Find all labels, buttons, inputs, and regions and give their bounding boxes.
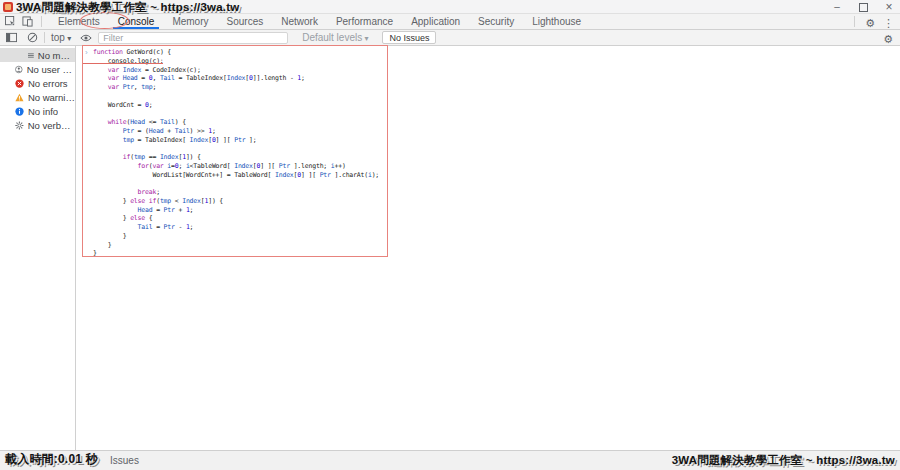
tab-console[interactable]: Console bbox=[109, 14, 164, 29]
console-code-line bbox=[93, 92, 387, 101]
tab-security[interactable]: Security bbox=[469, 14, 523, 29]
sidebar-item-errors[interactable]: No errors bbox=[0, 76, 75, 90]
issues-drawer-tab[interactable]: Issues bbox=[110, 455, 139, 466]
sidebar-item-label: No warnings bbox=[28, 92, 75, 103]
console-sidebar-toggle-icon[interactable] bbox=[0, 32, 17, 43]
tab-elements[interactable]: Elements bbox=[49, 14, 109, 29]
toolbar-separator bbox=[854, 16, 855, 27]
sidebar-item-label: No info bbox=[28, 106, 58, 117]
console-code-line: var Head = 0, Tail = TableIndex[Index[0]… bbox=[93, 74, 387, 83]
tab-memory[interactable]: Memory bbox=[163, 14, 217, 29]
console-code-line: Ptr = (Head + Tail) >> 1; bbox=[93, 127, 387, 136]
console-code-line: console.log(c); bbox=[93, 57, 387, 66]
devtools-window: 3WA問題解決教學工作室 ~ https://3wa.tw Elements C… bbox=[0, 0, 900, 470]
console-code-line bbox=[93, 179, 387, 188]
console-code-line: } bbox=[93, 241, 387, 250]
clear-console-icon[interactable] bbox=[17, 32, 38, 43]
console-code-line: function GetWord(c) { bbox=[93, 48, 387, 57]
tab-lighthouse[interactable]: Lighthouse bbox=[523, 14, 590, 29]
window-title-watermark: 3WA問題解決教學工作室 ~ https://3wa.tw bbox=[16, 0, 239, 14]
site-title-overlay: 3WA問題解決教學工作室 ~ https://3wa.tw bbox=[672, 452, 895, 468]
console-code-line: WordCnt = 0; bbox=[93, 101, 387, 110]
console-code-line: break; bbox=[93, 188, 387, 197]
sidebar-item-user-messages[interactable]: No user me... bbox=[0, 62, 75, 76]
tabbar-left-icons bbox=[0, 14, 49, 29]
inspect-element-icon[interactable] bbox=[5, 16, 16, 27]
console-code-line: var Index = CodeIndex(c); bbox=[93, 66, 387, 75]
list-icon bbox=[28, 51, 34, 60]
sidebar-item-label: No verbose bbox=[28, 120, 75, 131]
console-code-line: while(Head <= Tail) { bbox=[93, 118, 387, 127]
execution-context-selector[interactable]: top bbox=[51, 32, 71, 43]
console-settings-gear-icon[interactable] bbox=[883, 29, 900, 47]
verbose-icon bbox=[15, 121, 24, 130]
sidebar-item-verbose[interactable]: No verbose bbox=[0, 118, 75, 132]
console-code-line: if(tmp == Index[1]) { bbox=[93, 153, 387, 162]
console-code-line bbox=[93, 109, 387, 118]
devtools-tabs: Elements Console Memory Sources Network … bbox=[49, 14, 590, 29]
sidebar-item-label: No user me... bbox=[27, 64, 75, 75]
console-code-line: var Ptr, tmp; bbox=[93, 83, 387, 92]
sidebar-item-all-messages[interactable]: No messages bbox=[0, 48, 75, 62]
console-code-line: } bbox=[93, 232, 387, 241]
site-favicon-icon bbox=[3, 2, 13, 12]
sidebar-item-info[interactable]: No info bbox=[0, 104, 75, 118]
console-sidebar: No messages No user me... No errors No w… bbox=[0, 46, 76, 450]
console-input-code-block[interactable]: › function GetWord(c) { console.log(c); … bbox=[82, 45, 388, 257]
live-expression-eye-icon[interactable] bbox=[71, 33, 92, 43]
console-code-line: WordList[WordCnt++] = TableWord[ Index[0… bbox=[93, 171, 387, 180]
toolbar-separator bbox=[41, 16, 42, 27]
error-icon bbox=[15, 79, 24, 88]
user-icon bbox=[15, 65, 23, 74]
devtools-tabbar: Elements Console Memory Sources Network … bbox=[0, 14, 900, 30]
console-log-red-underline-annotation bbox=[83, 63, 163, 64]
warning-icon bbox=[15, 93, 24, 102]
console-code-line: } else if(tmp < Index[1]) { bbox=[93, 197, 387, 206]
device-toolbar-icon[interactable] bbox=[22, 16, 33, 27]
console-prompt-chevron-icon: › bbox=[85, 48, 88, 57]
log-levels-dropdown[interactable]: Default levels bbox=[302, 32, 368, 43]
console-code-line: } else { bbox=[93, 214, 387, 223]
info-icon bbox=[15, 107, 24, 116]
load-time-overlay: 載入時間:0.01 秒 bbox=[5, 451, 98, 468]
minimize-button[interactable] bbox=[830, 0, 844, 14]
tab-sources[interactable]: Sources bbox=[218, 14, 273, 29]
console-code: function GetWord(c) { console.log(c); va… bbox=[93, 48, 387, 258]
sidebar-item-warnings[interactable]: No warnings bbox=[0, 90, 75, 104]
sidebar-item-label: No errors bbox=[28, 78, 68, 89]
console-code-line: for(var i=0; i<TableWord[ Index[0] ][ Pt… bbox=[93, 162, 387, 171]
no-issues-badge[interactable]: No Issues bbox=[382, 31, 436, 44]
settings-gear-icon[interactable] bbox=[865, 13, 875, 31]
console-code-line bbox=[93, 144, 387, 153]
console-code-line: tmp = TableIndex[ Index[0] ][ Ptr ]; bbox=[93, 136, 387, 145]
console-toolbar: top Default levels No Issues bbox=[0, 30, 900, 46]
console-code-line: Tail = Ptr - 1; bbox=[93, 223, 387, 232]
console-code-line: Head = Ptr + 1; bbox=[93, 206, 387, 215]
tab-application[interactable]: Application bbox=[402, 14, 469, 29]
console-code-line: } bbox=[93, 249, 387, 258]
sidebar-item-label: No messages bbox=[38, 50, 75, 61]
tab-performance[interactable]: Performance bbox=[327, 14, 402, 29]
toolbar-separator bbox=[44, 32, 45, 43]
tabbar-right-icons bbox=[852, 14, 900, 29]
console-filter-input[interactable] bbox=[98, 32, 288, 44]
tab-network[interactable]: Network bbox=[272, 14, 327, 29]
